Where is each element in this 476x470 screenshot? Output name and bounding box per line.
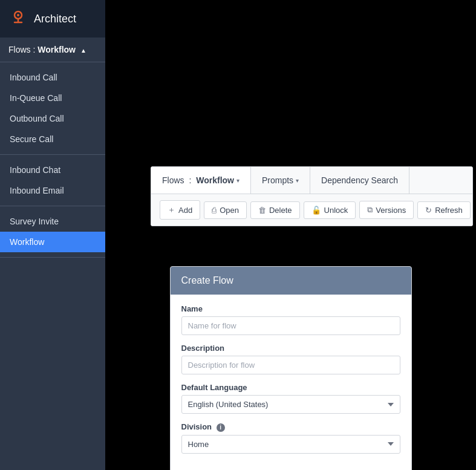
division-info-icon[interactable]: i	[217, 423, 225, 432]
sidebar-section-chat-email: Inbound Chat Inbound Email	[0, 155, 105, 206]
tab-dependency-search[interactable]: Dependency Search	[310, 167, 409, 194]
tab-flows-type: Workflow	[196, 175, 234, 185]
refresh-label: Refresh	[435, 206, 463, 215]
plus-icon: ＋	[168, 204, 175, 215]
sidebar: Architect Flows : Workflow ▲ Inbound Cal…	[0, 0, 105, 470]
toolbar-panel: Flows : Workflow ▾ Prompts ▾ Dependency …	[151, 166, 473, 226]
toolbar-tabs: Flows : Workflow ▾ Prompts ▾ Dependency …	[151, 167, 472, 194]
language-label: Default Language	[181, 383, 400, 392]
tab-prompts-arrow-icon: ▾	[296, 177, 299, 184]
sidebar-item-survey-invite[interactable]: Survey Invite	[0, 211, 105, 232]
versions-button[interactable]: ⧉ Versions	[359, 201, 414, 219]
open-button[interactable]: ⎙ Open	[204, 201, 247, 219]
sidebar-nav-flows-label: Flows	[8, 45, 31, 54]
language-field-group: Default Language English (United States)	[181, 383, 400, 414]
language-select[interactable]: English (United States)	[181, 395, 400, 414]
description-label: Description	[181, 344, 400, 353]
versions-icon: ⧉	[367, 205, 373, 215]
sidebar-item-secure-call[interactable]: Secure Call	[0, 129, 105, 149]
tab-flows-arrow-icon: ▾	[236, 177, 240, 184]
refresh-icon: ↻	[425, 206, 432, 215]
description-field-group: Description	[181, 344, 400, 374]
name-input[interactable]	[181, 316, 400, 335]
sidebar-section-calls: Inbound Call In-Queue Call Outbound Call…	[0, 62, 105, 155]
unlock-button[interactable]: 🔓 Unlock	[304, 201, 356, 219]
toolbar-actions: ＋ Add ⎙ Open 🗑 Delete 🔓 Unlock ⧉ Version…	[151, 194, 472, 226]
unlock-icon: 🔓	[311, 206, 321, 215]
main-content: Flows : Workflow ▾ Prompts ▾ Dependency …	[105, 0, 476, 470]
division-field-group: Division i Home	[181, 422, 400, 454]
sidebar-nav-arrow-icon: ▲	[80, 47, 86, 54]
dialog-overlay: Create Flow Name Description Default Lan…	[105, 266, 476, 470]
app-title: Architect	[34, 13, 76, 25]
sidebar-item-workflow[interactable]: Workflow	[0, 232, 105, 252]
tab-prompts[interactable]: Prompts ▾	[251, 167, 310, 194]
unlock-label: Unlock	[324, 206, 348, 215]
sidebar-item-inbound-call[interactable]: Inbound Call	[0, 67, 105, 88]
sidebar-item-inqueue-call[interactable]: In-Queue Call	[0, 88, 105, 108]
sidebar-nav-type: Workflow	[37, 45, 76, 54]
sidebar-item-outbound-call[interactable]: Outbound Call	[0, 108, 105, 129]
name-field-group: Name	[181, 304, 400, 335]
sidebar-item-inbound-email[interactable]: Inbound Email	[0, 180, 105, 201]
dialog-header: Create Flow	[171, 267, 411, 295]
app-header: Architect	[0, 0, 105, 38]
sidebar-item-inbound-chat[interactable]: Inbound Chat	[0, 160, 105, 180]
sidebar-nav-header[interactable]: Flows : Workflow ▲	[0, 38, 105, 62]
name-label: Name	[181, 304, 400, 313]
refresh-button[interactable]: ↻ Refresh	[417, 201, 471, 219]
add-button[interactable]: ＋ Add	[160, 200, 200, 220]
sidebar-section-survey-workflow: Survey Invite Workflow	[0, 206, 105, 258]
tab-dependency-label: Dependency Search	[321, 175, 398, 185]
open-label: Open	[220, 206, 239, 215]
app-logo-icon	[8, 9, 28, 28]
tab-prompts-label: Prompts	[262, 175, 293, 185]
delete-label: Delete	[269, 206, 292, 215]
tab-flows-workflow[interactable]: Flows : Workflow ▾	[151, 167, 251, 194]
dialog-body: Name Description Default Language Englis…	[171, 295, 411, 470]
versions-label: Versions	[376, 206, 406, 215]
tab-flows-label: Flows	[162, 175, 184, 185]
add-label: Add	[178, 206, 192, 215]
svg-point-1	[17, 14, 19, 16]
description-input[interactable]	[181, 356, 400, 374]
delete-button[interactable]: 🗑 Delete	[250, 201, 300, 219]
open-icon: ⎙	[212, 206, 217, 215]
dialog-title: Create Flow	[181, 275, 233, 286]
trash-icon: 🗑	[258, 206, 266, 215]
division-select[interactable]: Home	[181, 435, 400, 454]
create-flow-dialog: Create Flow Name Description Default Lan…	[170, 266, 412, 470]
division-label: Division i	[181, 422, 400, 432]
